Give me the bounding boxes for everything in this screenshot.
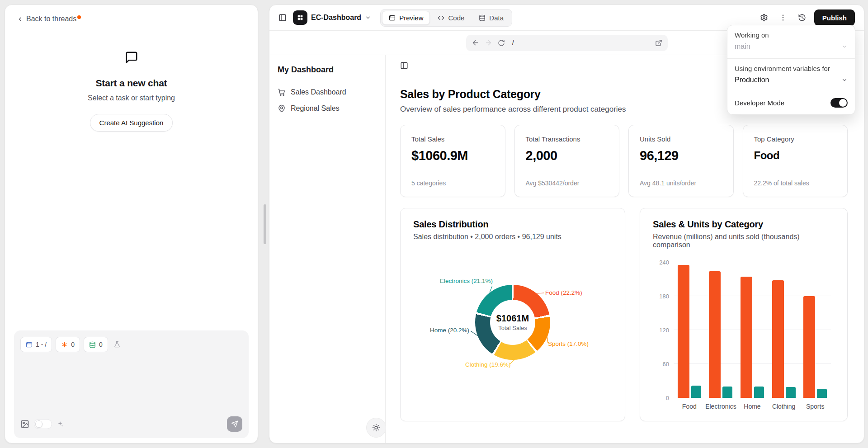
- sidebar-item-regional-sales[interactable]: Regional Sales: [278, 104, 377, 113]
- branch-select[interactable]: main: [735, 39, 848, 54]
- tab-data[interactable]: Data: [472, 11, 510, 25]
- app-window-icon: [389, 14, 396, 21]
- donut-center: $1061M Total Sales: [490, 300, 535, 345]
- context-chip-label: 1 - /: [36, 341, 47, 348]
- app-logo: [293, 10, 307, 25]
- stat-value: Food: [754, 149, 837, 162]
- create-ai-suggestion-button[interactable]: Create AI Suggestion: [90, 114, 173, 132]
- donut-chart-area: $1061M Total Sales Food (22.2%)Sports (1…: [413, 245, 612, 401]
- chat-composer[interactable]: 1 - / 0 0: [14, 330, 249, 438]
- url-bar[interactable]: /: [466, 35, 668, 51]
- environment-select[interactable]: Production: [735, 72, 848, 88]
- history-icon[interactable]: [798, 14, 806, 22]
- context-chip-database[interactable]: 0: [84, 337, 108, 352]
- database-icon: [479, 14, 486, 21]
- dashboard-sidebar-toggle-icon[interactable]: [400, 61, 408, 70]
- stat-footnote: Avg 48.1 units/order: [640, 179, 722, 187]
- sidebar-item-sales-dashboard[interactable]: Sales Dashboard: [278, 88, 377, 96]
- chat-panel: Back to threads Start a new chat Select …: [5, 5, 258, 443]
- empty-state-subtitle: Select a task or start typing: [5, 94, 258, 102]
- stat-card-top-category: Top Category Food 22.2% of total sales: [743, 125, 848, 197]
- sparkles-icon: [57, 420, 64, 428]
- revenue-bar: [772, 280, 784, 398]
- units-bar: [722, 387, 732, 398]
- database-icon: [89, 341, 96, 348]
- toolbar-right-group: Publish: [760, 9, 855, 26]
- toggle-knob: [35, 420, 42, 428]
- flask-icon[interactable]: [113, 341, 121, 348]
- charts-grid: Sales Distribution Sales distribution • …: [400, 208, 848, 421]
- y-axis-tick: 120: [653, 327, 669, 334]
- forward-arrow-icon[interactable]: [485, 39, 492, 47]
- tab-preview[interactable]: Preview: [382, 11, 430, 25]
- revenue-bar: [803, 296, 815, 398]
- back-arrow-icon[interactable]: [472, 39, 479, 47]
- tab-label: Code: [448, 14, 464, 22]
- x-axis-label: Food: [674, 403, 705, 410]
- stat-card-units-sold: Units Sold 96,129 Avg 48.1 units/order: [628, 125, 734, 197]
- x-axis-label: Home: [736, 403, 768, 410]
- panel-resize-handle[interactable]: [264, 204, 266, 244]
- url-path[interactable]: /: [512, 39, 650, 47]
- bar-group: [736, 263, 768, 398]
- chart-title: Sales Distribution: [413, 219, 612, 230]
- dashboard-sidebar-title: My Dashboard: [278, 65, 377, 75]
- chart-subtitle: Revenue (millions) and units sold (thous…: [653, 233, 835, 249]
- empty-state-title: Start a new chat: [5, 78, 258, 89]
- theme-toggle-button[interactable]: [366, 418, 386, 438]
- tab-label: Preview: [399, 14, 423, 22]
- stat-label: Top Category: [754, 135, 837, 143]
- tab-code[interactable]: Code: [431, 11, 471, 25]
- stat-card-total-sales: Total Sales $1060.9M 5 categories: [400, 125, 505, 197]
- open-external-icon[interactable]: [655, 39, 662, 47]
- branch-value: main: [735, 42, 750, 51]
- ai-mode-toggle[interactable]: [34, 419, 52, 429]
- y-axis-tick: 180: [653, 293, 669, 300]
- stat-label: Units Sold: [640, 135, 722, 143]
- developer-mode-toggle[interactable]: [830, 98, 848, 108]
- more-options-icon[interactable]: [779, 14, 787, 22]
- bar-group: [674, 263, 705, 398]
- toggle-knob: [839, 99, 847, 107]
- context-chip-errors[interactable]: 0: [56, 337, 80, 352]
- x-axis-label: Sports: [799, 403, 831, 410]
- composer-bottom-row: [20, 416, 242, 432]
- donut-chart-card: Sales Distribution Sales distribution • …: [400, 208, 625, 421]
- bar-chart-card: Sales & Units by Category Revenue (milli…: [640, 208, 848, 421]
- chat-bubble-icon: [125, 51, 138, 64]
- bar-chart-wrap: 060120180240 FoodElectronicsHomeClothing…: [653, 263, 835, 410]
- working-on-label: Working on: [735, 31, 848, 39]
- tab-label: Data: [489, 14, 504, 22]
- publish-button[interactable]: Publish: [814, 9, 855, 26]
- notification-dot: [77, 15, 81, 19]
- image-attach-icon[interactable]: [20, 420, 29, 429]
- context-chip-page[interactable]: 1 - /: [20, 337, 52, 352]
- refresh-icon[interactable]: [498, 39, 505, 47]
- bar-group: [768, 263, 800, 398]
- project-switcher[interactable]: EC-Dashboard: [293, 10, 371, 25]
- chevron-down-icon: [365, 14, 371, 21]
- gridline: [674, 262, 831, 262]
- sidebar-item-label: Sales Dashboard: [291, 88, 346, 96]
- x-axis-label: Clothing: [768, 403, 800, 410]
- back-to-threads-link[interactable]: Back to threads: [17, 15, 76, 23]
- bar-xlabels: FoodElectronicsHomeClothingSports: [674, 403, 831, 410]
- donut-slice-label: Sports (17.0%): [548, 340, 589, 347]
- chart-title: Sales & Units by Category: [653, 219, 835, 230]
- chevron-left-icon: [17, 16, 24, 23]
- chat-empty-state: Start a new chat Select a task or start …: [5, 51, 258, 132]
- developer-mode-row: Developer Mode: [727, 92, 855, 114]
- sun-icon: [372, 424, 380, 432]
- sidebar-toggle-icon[interactable]: [278, 14, 287, 22]
- context-chip-label: 0: [71, 341, 75, 348]
- settings-gear-icon[interactable]: [760, 14, 768, 22]
- donut-ring: $1061M Total Sales: [475, 285, 550, 360]
- stat-label: Total Transactions: [526, 135, 609, 143]
- browser-window-icon: [26, 341, 33, 348]
- cart-icon: [278, 88, 286, 96]
- donut-slice-label: Food (22.2%): [545, 289, 582, 296]
- working-on-section: Working on main: [727, 25, 855, 58]
- send-button[interactable]: [227, 416, 242, 432]
- view-mode-tabs: Preview Code Data: [380, 9, 512, 27]
- donut-center-value: $1061M: [496, 313, 529, 324]
